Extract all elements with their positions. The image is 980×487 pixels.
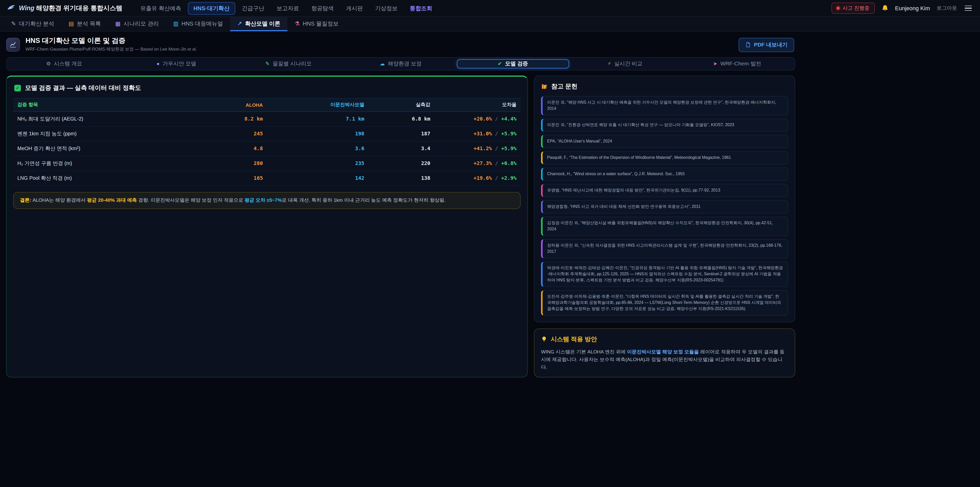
- validation-card-title: ✓ 모델 검증 결과 — 실측 데이터 대비 정확도: [13, 83, 520, 98]
- cell-aloha: 280: [201, 156, 267, 171]
- validation-card: ✓ 모델 검증 결과 — 실측 데이터 대비 정확도 검증 항목ALOHA이문진…: [6, 76, 528, 378]
- section-tab-label: WRF-Chem·발전: [721, 60, 761, 67]
- gear-icon: ⚙: [46, 61, 51, 66]
- section-tab-label: 시스템 개요: [54, 60, 82, 67]
- cell-error-rate: +31.0% / +5.9%: [434, 126, 520, 141]
- section-tab-label: 가우시안 모델: [162, 60, 196, 67]
- topnav-right: 사고 진행중 Eunjeong Kim 로그아웃: [831, 3, 973, 14]
- reference-item: 유영법, “HNS 재난사고에 대한 해양경찰의 대응 방안”, 한국위기관리논…: [541, 184, 788, 197]
- reference-list: 이문진 외, “해양 HNS 사고 시 대기확산 예측을 위한 가우시안 모델의…: [541, 96, 788, 316]
- cell-error-rate: +27.3% / +6.8%: [434, 156, 520, 171]
- subnav-tab-label: 대기확산 분석: [19, 20, 54, 27]
- subnav-tab-label: 확산모델 이론: [245, 20, 280, 27]
- cell-measured: 3.4: [369, 141, 434, 156]
- topnav-item-5[interactable]: 게시판: [340, 2, 369, 14]
- references-card: 참고 문헌 이문진 외, “해양 HNS 사고 시 대기확산 예측을 위한 가우…: [534, 76, 795, 322]
- subnav-tab-2[interactable]: ▦시나리오 관리: [108, 17, 166, 31]
- topnav-item-0[interactable]: 유출유 확산예측: [135, 2, 187, 14]
- reference-item: 해양경찰청, “HNS 사고 국가 대비 대응 체제 선진화 방안 연구용역 최…: [541, 200, 788, 214]
- section-tab-label: 물질별 시나리오: [273, 60, 312, 67]
- references-card-title: 참고 문헌: [541, 82, 788, 91]
- validation-table-body: NH₃ 최대 도달거리 (AEGL-2)8.2 km7.1 km6.8 km+2…: [13, 112, 520, 186]
- brand-name: Wing: [19, 4, 35, 11]
- topnav-menu: 유출유 확산예측HNS·대기확산긴급구난보고자료항공탐색게시판기상정보통합조회: [135, 2, 438, 14]
- subnav-tab-5[interactable]: ⚗HNS 물질정보: [287, 17, 345, 31]
- pencil-icon: ✎: [11, 21, 16, 26]
- table-row: MeOH 증기 확산 면적 (km²)4.83.63.4+41.2% / +5.…: [13, 141, 520, 156]
- live-pulse-icon: ⚡: [608, 61, 611, 66]
- cell-error-rate: +41.2% / +5.9%: [434, 141, 520, 156]
- subnav: ✎대기확산 분석▤분석 목록▦시나리오 관리▥HNS 대응매뉴얼↗확산모델 이론…: [0, 17, 980, 32]
- reference-item: 박경애·이진호·박재진·김태성·김혜진·이문진, “인공위성 원격탐사 기반 A…: [541, 262, 788, 287]
- app-window: Wing해양환경 위기대응 통합시스템 유출유 확산예측HNS·대기확산긴급구난…: [0, 0, 980, 487]
- cell-item: MeOH 증기 확산 면적 (km²): [13, 141, 201, 156]
- topnav-item-7[interactable]: 통합조회: [404, 2, 438, 14]
- chart-line-icon: ↗: [237, 21, 242, 26]
- list-icon: ▤: [68, 21, 74, 26]
- books-icon: [541, 83, 548, 90]
- column-header-0: 검증 항목: [13, 98, 201, 112]
- page-title: HNS 대기확산 모델 이론 및 검증: [25, 37, 197, 45]
- cell-aloha: 4.8: [201, 141, 267, 156]
- bell-icon[interactable]: [881, 5, 888, 12]
- topnav-item-4[interactable]: 항공탐색: [306, 2, 339, 14]
- table-row: 벤젠 1km 지점 농도 (ppm)245198187+31.0% / +5.9…: [13, 126, 520, 141]
- subnav-tab-label: 시나리오 관리: [124, 20, 159, 27]
- section-tab-4[interactable]: ✔모델 검증: [457, 59, 569, 69]
- check-square-icon: ✓: [14, 85, 21, 91]
- reference-item: EPA, “ALOHA User's Manual”, 2024: [541, 135, 788, 148]
- lightbulb-icon: [541, 336, 547, 342]
- cell-moonjin-model: 3.6: [267, 141, 369, 156]
- cloud-icon: ☁: [380, 61, 385, 66]
- right-column: 참고 문헌 이문진 외, “해양 HNS 사고 시 대기확산 예측을 위한 가우…: [534, 76, 795, 378]
- cell-error-rate: +20.6% / +4.4%: [434, 112, 520, 126]
- validation-table: 검증 항목ALOHA이문진박사모델실측값오차율 NH₃ 최대 도달거리 (AEG…: [13, 98, 520, 186]
- logout-button[interactable]: 로그아웃: [937, 5, 957, 12]
- cell-aloha: 8.2 km: [201, 112, 267, 126]
- gaussian-dot-icon: ●: [156, 61, 159, 66]
- subnav-tab-label: 분석 목록: [77, 20, 101, 27]
- apply-card: 시스템 적용 방안 WING 시스템은 기본 ALOHA 엔진 위에 이문진박사…: [534, 329, 795, 378]
- column-header-1: ALOHA: [201, 98, 267, 112]
- topnav-item-3[interactable]: 보고자료: [271, 2, 305, 14]
- subnav-tab-label: HNS 물질정보: [303, 20, 339, 27]
- flask-icon: ⚗: [294, 21, 300, 26]
- check-icon: ✔: [498, 61, 502, 66]
- pdf-export-button[interactable]: PDF 내보내기: [738, 38, 794, 52]
- brand-logo[interactable]: Wing해양환경 위기대응 통합시스템: [7, 4, 123, 13]
- page-subtitle: WRF-Chem·Gaussian Plume/Puff·ROMS·해양환경 보…: [25, 46, 197, 53]
- cell-item: 벤젠 1km 지점 농도 (ppm): [13, 126, 201, 141]
- topnav-item-2[interactable]: 긴급구난: [236, 2, 270, 14]
- topnav-item-1[interactable]: HNS·대기확산: [188, 2, 235, 14]
- top-navbar: Wing해양환경 위기대응 통합시스템 유출유 확산예측HNS·대기확산긴급구난…: [0, 0, 980, 17]
- cell-aloha: 165: [201, 171, 267, 186]
- section-tab-1[interactable]: ●가우시안 모델: [120, 59, 232, 69]
- section-tab-5[interactable]: ⚡실시간 비교: [569, 59, 681, 69]
- cell-measured: 187: [369, 126, 434, 141]
- section-tab-6[interactable]: ➤WRF-Chem·발전: [681, 59, 793, 69]
- validation-table-head-row: 검증 항목ALOHA이문진박사모델실측값오차율: [13, 98, 520, 112]
- subnav-tab-4[interactable]: ↗확산모델 이론: [230, 17, 288, 31]
- app-title: Wing해양환경 위기대응 통합시스템: [19, 4, 123, 13]
- cell-error-rate: +19.6% / +2.9%: [434, 171, 520, 186]
- section-tab-3[interactable]: ☁해양환경 보정: [345, 59, 457, 69]
- topnav-item-6[interactable]: 기상정보: [369, 2, 403, 14]
- subnav-tab-1[interactable]: ▤분석 목록: [62, 17, 108, 31]
- cell-moonjin-model: 142: [267, 171, 369, 186]
- subnav-tab-3[interactable]: ▥HNS 대응매뉴얼: [166, 17, 230, 31]
- hamburger-menu-icon[interactable]: [964, 3, 973, 13]
- subnav-tab-label: HNS 대응매뉴얼: [181, 20, 223, 27]
- incident-status-badge: 사고 진행중: [831, 3, 875, 14]
- cell-item: H₂ 가연성 구름 반경 (m): [13, 156, 201, 171]
- page-header: HNS 대기확산 모델 이론 및 검증 WRF-Chem·Gaussian Pl…: [6, 32, 795, 57]
- section-tab-0[interactable]: ⚙시스템 개요: [8, 59, 120, 69]
- cell-measured: 6.8 km: [369, 112, 434, 126]
- section-tab-label: 모델 검증: [505, 60, 528, 67]
- section-tab-2[interactable]: ✎물질별 시나리오: [232, 59, 345, 69]
- model-chart-icon: [6, 38, 20, 52]
- subnav-tab-0[interactable]: ✎대기확산 분석: [4, 17, 62, 31]
- pencil-icon: ✎: [266, 61, 270, 66]
- rocket-icon: ➤: [713, 61, 718, 66]
- cell-aloha: 245: [201, 126, 267, 141]
- main-grid: ✓ 모델 검증 결과 — 실측 데이터 대비 정확도 검증 항목ALOHA이문진…: [6, 76, 795, 393]
